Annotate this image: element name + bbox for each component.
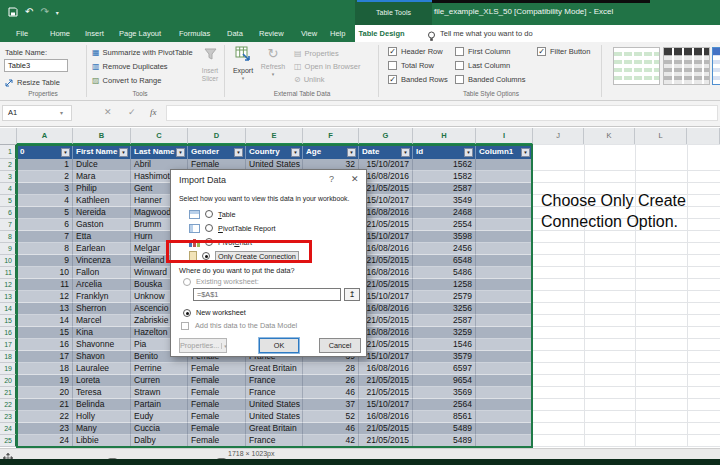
column-header-F[interactable]: F bbox=[303, 128, 359, 145]
column-header-I[interactable]: I bbox=[476, 128, 533, 145]
filter-button[interactable]: ▼ bbox=[234, 148, 243, 157]
cell[interactable]: 16/08/2016 bbox=[359, 303, 413, 315]
ok-button[interactable]: OK bbox=[259, 338, 299, 353]
row-header-3[interactable]: 3 bbox=[0, 171, 17, 183]
row-header-7[interactable]: 7 bbox=[0, 219, 17, 231]
cell[interactable] bbox=[476, 291, 533, 303]
cell[interactable]: Many bbox=[73, 423, 131, 435]
cell[interactable] bbox=[476, 435, 533, 447]
cell[interactable]: Female bbox=[188, 399, 246, 411]
cell[interactable]: 16/08/2016 bbox=[359, 411, 413, 423]
column-header-K[interactable]: K bbox=[584, 128, 635, 145]
cell[interactable]: Cuccia bbox=[131, 423, 188, 435]
row-header-9[interactable]: 9 bbox=[0, 243, 17, 255]
cell[interactable] bbox=[476, 375, 533, 387]
cell[interactable]: 16/08/2016 bbox=[359, 207, 413, 219]
cell[interactable]: 21/05/2015 bbox=[359, 183, 413, 195]
cell[interactable]: 26 bbox=[303, 375, 359, 387]
cell[interactable]: Holly bbox=[73, 411, 131, 423]
cell[interactable]: Philip bbox=[73, 183, 131, 195]
data-model-checkbox[interactable] bbox=[181, 322, 189, 330]
cell[interactable]: 2587 bbox=[413, 183, 476, 195]
cell[interactable]: 5489 bbox=[413, 435, 476, 447]
row-header-2[interactable]: 2 bbox=[0, 159, 17, 171]
row-header-22[interactable]: 22 bbox=[0, 399, 17, 411]
cell[interactable]: Libbie bbox=[73, 435, 131, 447]
cell[interactable]: 21/05/2015 bbox=[359, 219, 413, 231]
cell[interactable]: 5 bbox=[17, 207, 73, 219]
cell[interactable]: 21/05/2015 bbox=[359, 375, 413, 387]
cell[interactable]: 8 bbox=[17, 243, 73, 255]
cell[interactable]: 21/05/2015 bbox=[359, 339, 413, 351]
cell[interactable]: Partain bbox=[131, 399, 188, 411]
cell[interactable]: 1 bbox=[17, 159, 73, 171]
cell[interactable]: 6597 bbox=[413, 363, 476, 375]
cell[interactable]: 2564 bbox=[413, 399, 476, 411]
cell[interactable]: 3256 bbox=[413, 303, 476, 315]
cell[interactable] bbox=[476, 399, 533, 411]
column-header-H[interactable]: H bbox=[413, 128, 476, 145]
cell[interactable]: Arcelia bbox=[73, 279, 131, 291]
cell[interactable]: 20 bbox=[17, 387, 73, 399]
row-header-1[interactable]: 1 bbox=[0, 145, 17, 159]
row-header-4[interactable]: 4 bbox=[0, 183, 17, 195]
cell[interactable]: 14 bbox=[17, 315, 73, 327]
cell[interactable]: Nereida bbox=[73, 207, 131, 219]
cell[interactable]: Loreta bbox=[73, 375, 131, 387]
cell[interactable]: 16/08/2016 bbox=[359, 243, 413, 255]
dialog-close-icon[interactable]: ✕ bbox=[351, 174, 359, 184]
cell[interactable]: Franklyn bbox=[73, 291, 131, 303]
filter-button[interactable]: ▼ bbox=[291, 148, 300, 157]
filter-button[interactable]: ▼ bbox=[119, 148, 128, 157]
cell[interactable] bbox=[476, 183, 533, 195]
cell[interactable]: 19 bbox=[17, 375, 73, 387]
cell[interactable]: 5486 bbox=[413, 267, 476, 279]
table-header-cell[interactable]: Gender▼ bbox=[188, 145, 246, 159]
cell[interactable]: 21/05/2015 bbox=[359, 435, 413, 447]
cell[interactable]: United States bbox=[246, 411, 303, 423]
cell[interactable]: France bbox=[246, 375, 303, 387]
select-all-corner[interactable] bbox=[0, 128, 17, 145]
cell[interactable]: 7 bbox=[17, 231, 73, 243]
cell[interactable]: 37 bbox=[303, 399, 359, 411]
table-header-cell[interactable]: Last Name▼ bbox=[131, 145, 188, 159]
cell[interactable]: Female bbox=[188, 387, 246, 399]
cell[interactable] bbox=[476, 267, 533, 279]
cell[interactable]: 1546 bbox=[413, 339, 476, 351]
cell[interactable]: 42 bbox=[303, 435, 359, 447]
cell[interactable]: Female bbox=[188, 423, 246, 435]
table-header-cell[interactable]: Age▼ bbox=[303, 145, 359, 159]
worksheet-ref-input[interactable]: =$A$1 bbox=[193, 288, 341, 301]
cell[interactable]: 16/08/2016 bbox=[359, 267, 413, 279]
cell[interactable]: 28 bbox=[303, 363, 359, 375]
cell[interactable]: 10 bbox=[17, 267, 73, 279]
cell[interactable]: 15/10/2017 bbox=[359, 351, 413, 363]
cell[interactable]: Eudy bbox=[131, 411, 188, 423]
column-header-D[interactable]: D bbox=[188, 128, 246, 145]
cell[interactable]: 24 bbox=[17, 435, 73, 447]
row-header-13[interactable]: 13 bbox=[0, 291, 17, 303]
cell[interactable] bbox=[476, 423, 533, 435]
option-radio[interactable] bbox=[205, 210, 213, 218]
cell[interactable]: 18 bbox=[17, 363, 73, 375]
cell[interactable]: 5489 bbox=[413, 423, 476, 435]
row-header-8[interactable]: 8 bbox=[0, 231, 17, 243]
filter-button[interactable]: ▼ bbox=[176, 148, 185, 157]
column-header-m[interactable] bbox=[687, 128, 720, 145]
row-header-21[interactable]: 21 bbox=[0, 387, 17, 399]
cell[interactable]: 2 bbox=[17, 171, 73, 183]
cell[interactable]: 46 bbox=[303, 387, 359, 399]
cell[interactable] bbox=[476, 351, 533, 363]
cell[interactable]: 3598 bbox=[413, 231, 476, 243]
cell[interactable]: 15/10/2017 bbox=[359, 231, 413, 243]
properties-button[interactable]: Properties...▾ bbox=[179, 338, 227, 353]
table-header-cell[interactable]: Date▼ bbox=[359, 145, 413, 159]
cell[interactable]: 3 bbox=[17, 183, 73, 195]
cell[interactable]: 1582 bbox=[413, 171, 476, 183]
cell[interactable]: 3259 bbox=[413, 327, 476, 339]
row-header-18[interactable]: 18 bbox=[0, 351, 17, 363]
row-header-20[interactable]: 20 bbox=[0, 375, 17, 387]
column-header-B[interactable]: B bbox=[73, 128, 131, 145]
cell[interactable] bbox=[476, 279, 533, 291]
cell[interactable]: Fallon bbox=[73, 267, 131, 279]
